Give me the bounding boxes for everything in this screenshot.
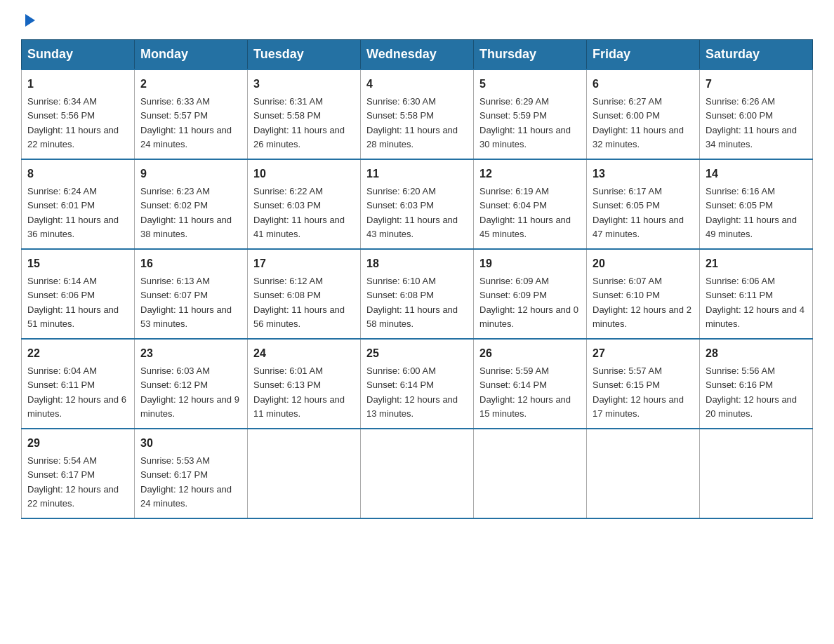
calendar-day-cell: 26 Sunrise: 5:59 AMSunset: 6:14 PMDaylig…: [474, 339, 587, 429]
calendar-day-cell: 10 Sunrise: 6:22 AMSunset: 6:03 PMDaylig…: [248, 159, 361, 249]
calendar-day-cell: 28 Sunrise: 5:56 AMSunset: 6:16 PMDaylig…: [700, 339, 813, 429]
calendar-day-cell: 2 Sunrise: 6:33 AMSunset: 5:57 PMDayligh…: [135, 69, 248, 159]
day-info: Sunrise: 6:10 AMSunset: 6:08 PMDaylight:…: [366, 276, 458, 329]
calendar-week-row: 1 Sunrise: 6:34 AMSunset: 5:56 PMDayligh…: [22, 69, 813, 159]
calendar-day-cell: 11 Sunrise: 6:20 AMSunset: 6:03 PMDaylig…: [361, 159, 474, 249]
calendar-day-cell: 3 Sunrise: 6:31 AMSunset: 5:58 PMDayligh…: [248, 69, 361, 159]
day-info: Sunrise: 5:57 AMSunset: 6:15 PMDaylight:…: [593, 365, 684, 419]
day-number: 10: [253, 166, 355, 182]
day-info: Sunrise: 6:23 AMSunset: 6:02 PMDaylight:…: [140, 186, 232, 239]
day-info: Sunrise: 6:07 AMSunset: 6:10 PMDaylight:…: [593, 276, 691, 329]
calendar-table: SundayMondayTuesdayWednesdayThursdayFrid…: [21, 39, 813, 519]
calendar-day-cell: 22 Sunrise: 6:04 AMSunset: 6:11 PMDaylig…: [22, 339, 135, 429]
day-number: 15: [27, 255, 128, 272]
day-number: 5: [479, 76, 581, 93]
calendar-day-cell: 1 Sunrise: 6:34 AMSunset: 5:56 PMDayligh…: [22, 69, 135, 159]
calendar-day-cell: 21 Sunrise: 6:06 AMSunset: 6:11 PMDaylig…: [700, 249, 813, 339]
weekday-header-sunday: Sunday: [22, 40, 135, 70]
day-number: 22: [27, 345, 128, 362]
day-info: Sunrise: 6:12 AMSunset: 6:08 PMDaylight:…: [253, 276, 345, 329]
calendar-day-cell: 16 Sunrise: 6:13 AMSunset: 6:07 PMDaylig…: [135, 249, 248, 339]
calendar-day-cell: 7 Sunrise: 6:26 AMSunset: 6:00 PMDayligh…: [700, 69, 813, 159]
calendar-day-cell: 13 Sunrise: 6:17 AMSunset: 6:05 PMDaylig…: [587, 159, 700, 249]
day-info: Sunrise: 6:04 AMSunset: 6:11 PMDaylight:…: [27, 365, 126, 419]
calendar-week-row: 15 Sunrise: 6:14 AMSunset: 6:06 PMDaylig…: [22, 249, 813, 339]
day-number: 29: [27, 435, 128, 452]
calendar-week-row: 8 Sunrise: 6:24 AMSunset: 6:01 PMDayligh…: [22, 159, 813, 249]
day-info: Sunrise: 6:01 AMSunset: 6:13 PMDaylight:…: [253, 365, 345, 419]
day-info: Sunrise: 6:31 AMSunset: 5:58 PMDaylight:…: [253, 96, 345, 149]
day-number: 2: [140, 76, 241, 93]
day-info: Sunrise: 6:17 AMSunset: 6:05 PMDaylight:…: [593, 186, 684, 239]
calendar-day-cell: 25 Sunrise: 6:00 AMSunset: 6:14 PMDaylig…: [361, 339, 474, 429]
day-info: Sunrise: 6:13 AMSunset: 6:07 PMDaylight:…: [140, 276, 232, 329]
page-header: [21, 14, 813, 28]
calendar-day-cell: [700, 429, 813, 518]
day-info: Sunrise: 6:33 AMSunset: 5:57 PMDaylight:…: [140, 96, 232, 149]
weekday-header-wednesday: Wednesday: [361, 40, 474, 70]
day-number: 4: [366, 76, 468, 93]
day-info: Sunrise: 5:56 AMSunset: 6:16 PMDaylight:…: [706, 365, 797, 419]
day-number: 30: [140, 435, 241, 452]
calendar-day-cell: 19 Sunrise: 6:09 AMSunset: 6:09 PMDaylig…: [474, 249, 587, 339]
calendar-day-cell: [474, 429, 587, 518]
day-number: 27: [593, 345, 694, 362]
day-info: Sunrise: 6:27 AMSunset: 6:00 PMDaylight:…: [593, 96, 684, 149]
calendar-day-cell: 6 Sunrise: 6:27 AMSunset: 6:00 PMDayligh…: [587, 69, 700, 159]
day-number: 25: [366, 345, 468, 362]
day-number: 6: [593, 76, 694, 93]
day-info: Sunrise: 6:00 AMSunset: 6:14 PMDaylight:…: [366, 365, 458, 419]
day-number: 24: [253, 345, 355, 362]
day-info: Sunrise: 6:26 AMSunset: 6:00 PMDaylight:…: [706, 96, 797, 149]
day-number: 16: [140, 255, 241, 272]
day-number: 1: [27, 76, 128, 93]
day-number: 9: [140, 166, 241, 182]
day-number: 28: [706, 345, 807, 362]
day-number: 8: [27, 166, 128, 182]
day-info: Sunrise: 6:34 AMSunset: 5:56 PMDaylight:…: [27, 96, 119, 149]
calendar-day-cell: 29 Sunrise: 5:54 AMSunset: 6:17 PMDaylig…: [22, 429, 135, 518]
day-info: Sunrise: 5:59 AMSunset: 6:14 PMDaylight:…: [479, 365, 571, 419]
day-info: Sunrise: 6:20 AMSunset: 6:03 PMDaylight:…: [366, 186, 458, 239]
calendar-week-row: 22 Sunrise: 6:04 AMSunset: 6:11 PMDaylig…: [22, 339, 813, 429]
day-info: Sunrise: 6:30 AMSunset: 5:58 PMDaylight:…: [366, 96, 458, 149]
weekday-header-friday: Friday: [587, 40, 700, 70]
day-info: Sunrise: 5:53 AMSunset: 6:17 PMDaylight:…: [140, 455, 232, 509]
day-info: Sunrise: 6:06 AMSunset: 6:11 PMDaylight:…: [706, 276, 805, 329]
weekday-header-saturday: Saturday: [700, 40, 813, 70]
calendar-day-cell: 8 Sunrise: 6:24 AMSunset: 6:01 PMDayligh…: [22, 159, 135, 249]
day-number: 21: [706, 255, 807, 272]
calendar-day-cell: 4 Sunrise: 6:30 AMSunset: 5:58 PMDayligh…: [361, 69, 474, 159]
day-number: 20: [593, 255, 694, 272]
calendar-week-row: 29 Sunrise: 5:54 AMSunset: 6:17 PMDaylig…: [22, 429, 813, 518]
day-info: Sunrise: 6:24 AMSunset: 6:01 PMDaylight:…: [27, 186, 119, 239]
calendar-day-cell: 12 Sunrise: 6:19 AMSunset: 6:04 PMDaylig…: [474, 159, 587, 249]
calendar-day-cell: 15 Sunrise: 6:14 AMSunset: 6:06 PMDaylig…: [22, 249, 135, 339]
day-number: 12: [479, 166, 581, 182]
day-info: Sunrise: 6:22 AMSunset: 6:03 PMDaylight:…: [253, 186, 345, 239]
calendar-day-cell: 17 Sunrise: 6:12 AMSunset: 6:08 PMDaylig…: [248, 249, 361, 339]
day-number: 11: [366, 166, 468, 182]
logo-arrow-icon: [22, 13, 38, 28]
calendar-day-cell: [248, 429, 361, 518]
calendar-day-cell: 14 Sunrise: 6:16 AMSunset: 6:05 PMDaylig…: [700, 159, 813, 249]
day-info: Sunrise: 6:14 AMSunset: 6:06 PMDaylight:…: [27, 276, 119, 329]
day-number: 13: [593, 166, 694, 182]
day-info: Sunrise: 6:03 AMSunset: 6:12 PMDaylight:…: [140, 365, 239, 419]
day-info: Sunrise: 6:29 AMSunset: 5:59 PMDaylight:…: [479, 96, 571, 149]
calendar-day-cell: 23 Sunrise: 6:03 AMSunset: 6:12 PMDaylig…: [135, 339, 248, 429]
calendar-day-cell: 24 Sunrise: 6:01 AMSunset: 6:13 PMDaylig…: [248, 339, 361, 429]
calendar-day-cell: [587, 429, 700, 518]
day-info: Sunrise: 6:16 AMSunset: 6:05 PMDaylight:…: [706, 186, 797, 239]
day-number: 3: [253, 76, 355, 93]
weekday-header-row: SundayMondayTuesdayWednesdayThursdayFrid…: [22, 40, 813, 70]
day-number: 18: [366, 255, 468, 272]
day-number: 7: [706, 76, 807, 93]
day-number: 26: [479, 345, 581, 362]
weekday-header-thursday: Thursday: [474, 40, 587, 70]
day-number: 14: [706, 166, 807, 182]
calendar-day-cell: 30 Sunrise: 5:53 AMSunset: 6:17 PMDaylig…: [135, 429, 248, 518]
day-number: 23: [140, 345, 241, 362]
svg-marker-0: [25, 14, 35, 27]
day-number: 19: [479, 255, 581, 272]
